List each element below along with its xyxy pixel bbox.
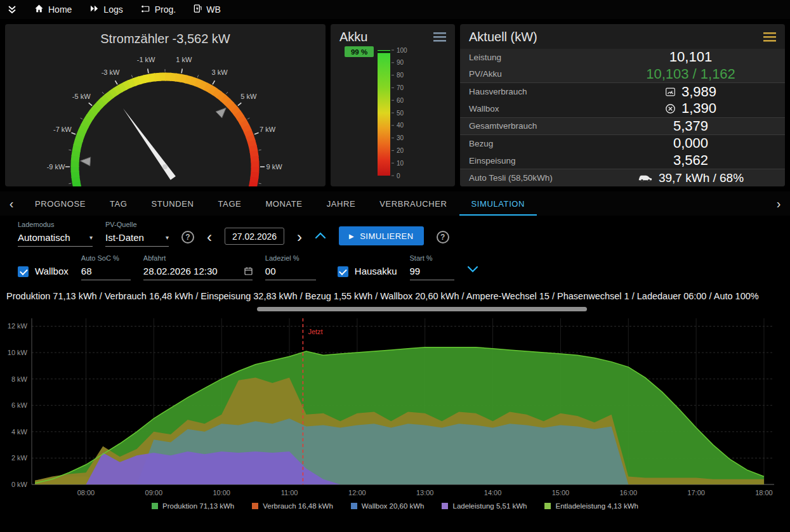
double-chevron-down-icon[interactable] bbox=[8, 5, 16, 14]
svg-text:10: 10 bbox=[397, 160, 404, 167]
hausakku-checkbox-label: Hausakku bbox=[355, 266, 397, 276]
lademodus-label: Lademodus bbox=[18, 221, 93, 228]
gauge-title: Stromzähler -3,562 kW bbox=[5, 24, 326, 46]
svg-text:90: 90 bbox=[397, 59, 404, 66]
svg-text:-3 kW: -3 kW bbox=[102, 68, 120, 76]
tabs-scroll-left-icon[interactable]: ‹ bbox=[0, 191, 23, 216]
svg-text:10 kW: 10 kW bbox=[8, 349, 28, 356]
legend-item-wallbox[interactable]: Wallbox 20,60 kWh bbox=[351, 502, 425, 510]
abfahrt-input[interactable] bbox=[143, 264, 240, 280]
legend-item-ladeleistung[interactable]: Ladeleistung 5,51 kWh bbox=[442, 502, 527, 510]
simulation-chart: 08:0009:0010:0011:0012:0013:0014:0015:00… bbox=[0, 307, 790, 510]
svg-text:8 kW: 8 kW bbox=[11, 375, 28, 383]
power-gauge: -11 kW-9 kW-7 kW-5 kW-3 kW-1 kW1 kW3 kW5… bbox=[5, 46, 326, 186]
svg-text:16:00: 16:00 bbox=[620, 489, 638, 496]
svg-text:70: 70 bbox=[397, 84, 404, 91]
tabs-scroll-right-icon[interactable]: › bbox=[767, 191, 790, 216]
hausakku-checkbox[interactable] bbox=[338, 266, 348, 277]
gauge-needle bbox=[123, 108, 176, 180]
ladeziel-input[interactable] bbox=[265, 264, 316, 280]
abfahrt-field: Abfahrt bbox=[143, 254, 253, 280]
aktuell-menu-icon[interactable] bbox=[763, 32, 776, 42]
legend-item-entladeleistung[interactable]: Entladeleistung 4,13 kWh bbox=[544, 502, 638, 510]
svg-text:20: 20 bbox=[397, 147, 404, 154]
now-label: Jetzt bbox=[308, 328, 322, 335]
summary-line: Produktion 71,13 kWh / Verbrauch 16,48 k… bbox=[0, 285, 790, 302]
date-input[interactable] bbox=[225, 228, 284, 245]
chart-legend: Produktion 71,13 kWhVerbrauch 16,48 kWhW… bbox=[0, 502, 790, 510]
nav-item-wb[interactable]: WB bbox=[194, 4, 221, 15]
legend-swatch bbox=[544, 503, 551, 509]
svg-text:5 kW: 5 kW bbox=[240, 93, 257, 100]
car-icon bbox=[638, 173, 653, 183]
top-navbar: HomeLogsProg.WB bbox=[0, 0, 790, 19]
svg-text:13:00: 13:00 bbox=[416, 489, 434, 496]
svg-text:60: 60 bbox=[397, 97, 404, 104]
date-prev-button[interactable]: ‹ bbox=[207, 230, 212, 245]
simulieren-label: SIMULIEREN bbox=[360, 231, 413, 241]
start-input[interactable] bbox=[410, 264, 454, 280]
tab-monate[interactable]: MONATE bbox=[253, 191, 314, 216]
wallbox-checkbox[interactable] bbox=[18, 266, 29, 277]
aktuell-row-bezug: Bezug0,000 bbox=[460, 135, 785, 152]
nav-item-home[interactable]: Home bbox=[34, 4, 72, 15]
tab-prognose[interactable]: PROGNOSE bbox=[23, 191, 98, 216]
wallbox-icon bbox=[194, 4, 202, 15]
svg-text:14:00: 14:00 bbox=[484, 489, 502, 496]
pv-quelle-label: PV-Quelle bbox=[105, 221, 169, 228]
double-arrow-icon bbox=[89, 4, 99, 15]
svg-text:50: 50 bbox=[397, 110, 404, 117]
aktuell-panel: Aktuell (kW) Leistung10,101PV/Akku10,103… bbox=[460, 24, 785, 186]
aktuell-row-hausverbrauch: Hausverbrauch3,989 bbox=[460, 83, 785, 100]
tab-tag[interactable]: TAG bbox=[98, 191, 140, 216]
tab-stunden[interactable]: STUNDEN bbox=[140, 191, 206, 216]
chart-canvas[interactable]: 08:0009:0010:0011:0012:0013:0014:0015:00… bbox=[0, 312, 790, 500]
home-icon bbox=[34, 4, 44, 15]
legend-item-produktion[interactable]: Produktion 71,13 kWh bbox=[152, 502, 234, 510]
nav-item-logs[interactable]: Logs bbox=[89, 4, 122, 15]
help-icon[interactable]: ? bbox=[181, 231, 194, 243]
simulieren-button[interactable]: ▶ SIMULIEREN bbox=[339, 226, 424, 245]
pv-quelle-select[interactable]: PV-Quelle Ist-Daten▾ bbox=[105, 221, 169, 247]
auto-soc-input[interactable] bbox=[81, 264, 131, 280]
svg-text:10:00: 10:00 bbox=[213, 489, 230, 496]
top-panels-row: Stromzähler -3,562 kW -11 kW-9 kW-7 kW-5… bbox=[5, 24, 785, 186]
tab-simulation[interactable]: SIMULATION bbox=[459, 191, 537, 216]
svg-text:30: 30 bbox=[397, 134, 404, 141]
svg-text:18:00: 18:00 bbox=[755, 489, 773, 496]
svg-text:08:00: 08:00 bbox=[77, 489, 95, 496]
tab-verbraucher[interactable]: VERBRAUCHER bbox=[367, 191, 459, 216]
auto-soc-field: Auto SoC % bbox=[81, 254, 131, 280]
lademodus-select[interactable]: Lademodus Automatisch▾ bbox=[18, 221, 93, 247]
start-field: Start % bbox=[410, 254, 454, 280]
calendar-icon[interactable] bbox=[244, 266, 253, 278]
svg-text:40: 40 bbox=[397, 122, 404, 129]
date-next-button[interactable]: › bbox=[297, 230, 302, 245]
nav-item-prog[interactable]: Prog. bbox=[141, 4, 176, 15]
svg-text:12 kW: 12 kW bbox=[8, 322, 28, 330]
svg-text:17:00: 17:00 bbox=[687, 489, 705, 496]
akku-menu-icon[interactable] bbox=[433, 32, 446, 42]
legend-swatch bbox=[351, 503, 357, 509]
aktuell-row-pv-akku: PV/Akku10,103 / 1,162 bbox=[460, 66, 785, 84]
svg-text:-7 kW: -7 kW bbox=[53, 126, 72, 133]
meter-icon bbox=[665, 87, 676, 97]
lademodus-value: Automatisch bbox=[18, 232, 70, 243]
legend-swatch bbox=[442, 503, 448, 509]
ladeziel-field: Ladeziel % bbox=[265, 254, 316, 280]
chart-scrollbar[interactable] bbox=[257, 307, 587, 311]
svg-text:-9 kW: -9 kW bbox=[47, 163, 65, 171]
simulation-controls: Lademodus Automatisch▾ PV-Quelle Ist-Dat… bbox=[0, 216, 790, 285]
svg-text:4 kW: 4 kW bbox=[11, 428, 28, 436]
tab-jahre[interactable]: JAHRE bbox=[315, 191, 368, 216]
aktuell-row-auto-tesli-58-50kwh-: Auto Tesli (58,50kWh)39,7 kWh / 68% bbox=[460, 169, 785, 186]
expand-chevron-down-icon[interactable] bbox=[467, 264, 478, 275]
help-icon-2[interactable]: ? bbox=[437, 231, 449, 243]
tab-tage[interactable]: TAGE bbox=[206, 191, 254, 216]
svg-text:7 kW: 7 kW bbox=[260, 126, 276, 133]
legend-item-verbrauch[interactable]: Verbrauch 16,48 kWh bbox=[252, 502, 333, 510]
collapse-chevron-up-icon[interactable] bbox=[315, 230, 326, 242]
svg-text:6 kW: 6 kW bbox=[11, 401, 28, 409]
aktuell-title: Aktuell (kW) bbox=[469, 30, 537, 44]
aktuell-row-gesamtverbrauch: Gesamtverbrauch5,379 bbox=[460, 118, 785, 136]
